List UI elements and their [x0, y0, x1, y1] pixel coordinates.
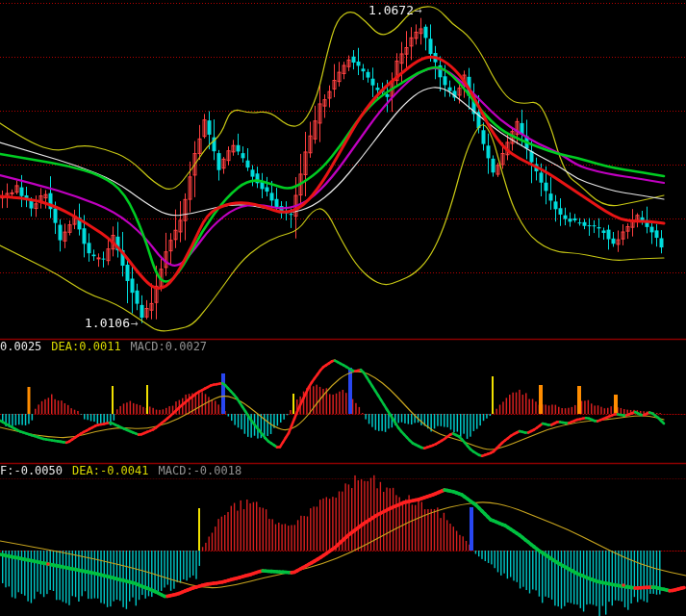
- macd-value: MACD:-0.0018: [159, 465, 242, 477]
- high-price-label: 1.0672→: [368, 4, 422, 17]
- low-price-value: 1.0106: [85, 316, 130, 330]
- dif-value: F:-0.0050: [0, 465, 63, 477]
- dea-value: DEA:-0.0041: [72, 465, 148, 477]
- dif-value: 0.0025: [0, 341, 41, 353]
- dea-value: DEA:0.0011: [51, 341, 120, 353]
- price-macd-chart-canvas[interactable]: [0, 0, 686, 616]
- right-arrow-icon: →: [415, 3, 422, 17]
- right-arrow-icon: →: [131, 316, 139, 330]
- macd-value: MACD:0.0027: [131, 341, 207, 353]
- high-price-value: 1.0672: [368, 3, 414, 17]
- macd-fast-readout: 0.0025 DEA:0.0011 MACD:0.0027: [0, 341, 207, 353]
- low-price-label: 1.0106→: [85, 317, 139, 330]
- chart-root: 1.0672→ 1.0106→ 0.0025 DEA:0.0011 MACD:0…: [0, 0, 686, 616]
- macd-slow-readout: F:-0.0050 DEA:-0.0041 MACD:-0.0018: [0, 465, 241, 477]
